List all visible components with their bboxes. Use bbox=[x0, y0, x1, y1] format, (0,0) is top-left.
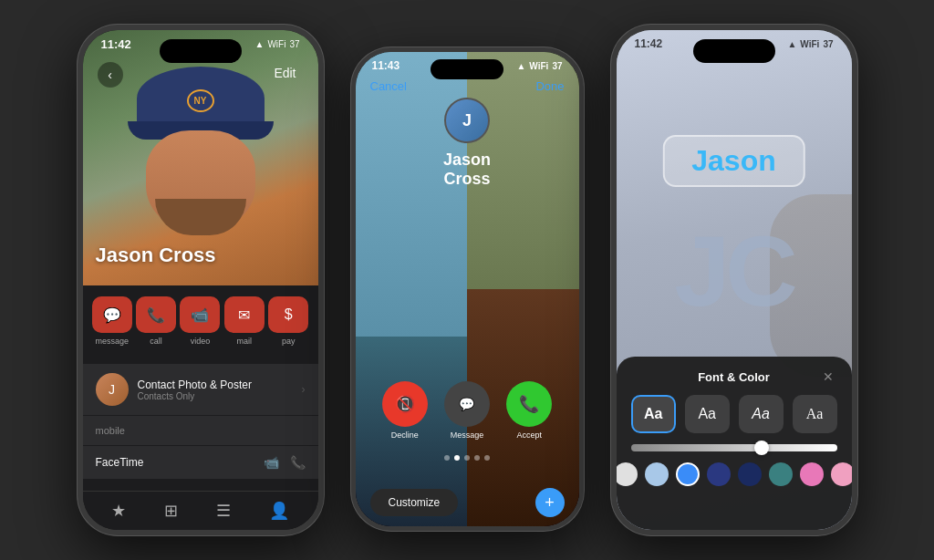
status-time-left: 11:42 bbox=[101, 37, 131, 51]
swatch-blue[interactable] bbox=[676, 462, 700, 486]
pay-label: pay bbox=[282, 337, 296, 346]
wifi-icon-right: WiFi bbox=[800, 39, 819, 49]
wifi-icon-mid: WiFi bbox=[529, 61, 548, 71]
mid-indicators bbox=[356, 455, 579, 461]
decline-button[interactable]: 📵 bbox=[382, 381, 428, 427]
message-button-mid[interactable]: 💬 bbox=[444, 381, 490, 427]
accept-button[interactable]: 📞 bbox=[506, 381, 552, 427]
tab-contacts-icon[interactable]: 👤 bbox=[269, 501, 289, 521]
color-swatches bbox=[631, 462, 837, 486]
message-group: 💬 Message bbox=[444, 381, 490, 440]
bottom-tab-bar: ★ ⊞ ☰ 👤 bbox=[83, 491, 318, 530]
contact-name-overlay: Jason Cross bbox=[96, 244, 216, 267]
font-option-label-2: Aa bbox=[698, 406, 716, 422]
battery-icon-mid: 37 bbox=[552, 61, 562, 71]
swatch-pink[interactable] bbox=[800, 462, 824, 486]
phone-middle: 11:43 ▲ WiFi 37 Cancel Done J Jason Cros… bbox=[351, 47, 584, 531]
action-buttons-row: 💬 message 📞 call 📹 video ✉ mail $ p bbox=[83, 285, 318, 357]
contact-name-text: Jason Cross bbox=[96, 244, 216, 266]
wifi-icon: WiFi bbox=[267, 39, 285, 49]
right-status-bar: 11:42 ▲ WiFi 37 bbox=[617, 37, 852, 50]
facetime-audio-icon[interactable]: 📞 bbox=[290, 455, 306, 470]
signal-icon: ▲ bbox=[254, 39, 264, 49]
contact-photo-row[interactable]: J Contact Photo & Poster Contacts Only › bbox=[83, 364, 318, 415]
font-option-label-1: Aa bbox=[644, 406, 662, 422]
mid-contact-photo: J bbox=[444, 98, 490, 143]
middle-screen: 11:43 ▲ WiFi 37 Cancel Done J Jason Cros… bbox=[356, 52, 579, 526]
status-icons-left: ▲ WiFi 37 bbox=[254, 39, 299, 49]
font-option-3[interactable]: Aa bbox=[739, 395, 784, 433]
call-icon: 📞 bbox=[136, 296, 176, 333]
tab-grid-icon[interactable]: ⊞ bbox=[164, 501, 178, 521]
mobile-label: mobile bbox=[96, 425, 306, 436]
mid-name-block: Jason Cross bbox=[356, 150, 579, 189]
message-icon: 💬 bbox=[92, 296, 132, 333]
right-monogram: JC bbox=[617, 213, 852, 328]
mail-icon: ✉ bbox=[224, 296, 265, 333]
battery-icon-right: 37 bbox=[823, 39, 833, 49]
mid-top-bar: Cancel Done bbox=[356, 79, 579, 93]
back-button[interactable]: ‹ bbox=[98, 62, 123, 88]
customize-button[interactable]: Customize bbox=[370, 489, 459, 516]
slider-thumb[interactable] bbox=[754, 441, 769, 455]
decline-label: Decline bbox=[391, 430, 419, 440]
font-option-2[interactable]: Aa bbox=[685, 395, 730, 433]
message-label-mid: Message bbox=[451, 430, 484, 440]
tab-list-icon[interactable]: ☰ bbox=[216, 501, 231, 521]
panel-header: Font & Color ✕ bbox=[631, 368, 837, 386]
mail-label: mail bbox=[237, 337, 253, 346]
contact-photo-thumb: J bbox=[96, 373, 129, 406]
pay-action[interactable]: $ pay bbox=[267, 296, 309, 346]
call-action[interactable]: 📞 call bbox=[135, 296, 177, 346]
status-time-right: 11:42 bbox=[635, 37, 663, 50]
contact-photo-poster-title: Contact Photo & Poster bbox=[138, 379, 302, 391]
call-label: call bbox=[150, 337, 162, 346]
left-screen: NY 11:42 ▲ WiFi 37 ‹ bbox=[83, 30, 318, 530]
signal-icon-mid: ▲ bbox=[516, 61, 525, 71]
cancel-button-mid[interactable]: Cancel bbox=[370, 79, 407, 93]
indicator-5 bbox=[484, 455, 490, 461]
chevron-right-icon: › bbox=[302, 383, 306, 396]
contact-photo-bg: NY 11:42 ▲ WiFi 37 ‹ bbox=[83, 30, 318, 285]
plus-button[interactable]: + bbox=[535, 488, 565, 517]
font-option-4[interactable]: Aa bbox=[793, 395, 837, 433]
swatch-white[interactable] bbox=[617, 462, 638, 486]
contact-info-section: J Contact Photo & Poster Contacts Only ›… bbox=[83, 357, 318, 486]
mid-status-bar: 11:43 ▲ WiFi 37 bbox=[356, 59, 579, 72]
mid-contact-first: Jason bbox=[356, 150, 579, 170]
swatch-light-pink[interactable] bbox=[831, 462, 852, 486]
panel-title: Font & Color bbox=[649, 370, 819, 384]
facetime-video-icon[interactable]: 📹 bbox=[264, 455, 279, 470]
tab-star-icon[interactable]: ★ bbox=[111, 501, 126, 521]
indicator-3 bbox=[464, 455, 470, 461]
facetime-row: FaceTime 📹 📞 bbox=[83, 446, 318, 479]
message-action[interactable]: 💬 message bbox=[91, 296, 133, 346]
facetime-label: FaceTime bbox=[96, 456, 264, 469]
message-label: message bbox=[95, 337, 129, 346]
signal-icon-right: ▲ bbox=[787, 39, 796, 49]
right-name-box[interactable]: Jason bbox=[662, 135, 804, 187]
swatch-teal[interactable] bbox=[769, 462, 793, 486]
video-label: video bbox=[191, 337, 211, 346]
battery-icon: 37 bbox=[289, 39, 299, 49]
color-slider[interactable] bbox=[631, 444, 837, 451]
mid-bottom-bar: Customize + bbox=[356, 488, 579, 517]
edit-button[interactable]: Edit bbox=[266, 62, 303, 88]
accept-label: Accept bbox=[517, 430, 543, 440]
mid-contact-last: Cross bbox=[356, 170, 579, 189]
pay-icon: $ bbox=[268, 296, 308, 333]
decline-group: 📵 Decline bbox=[382, 381, 428, 440]
status-time-mid: 11:43 bbox=[372, 59, 400, 72]
font-option-1[interactable]: Aa bbox=[631, 395, 676, 433]
left-top-bar: ‹ Edit bbox=[83, 62, 318, 88]
video-action[interactable]: 📹 video bbox=[179, 296, 221, 346]
swatch-dark-blue[interactable] bbox=[738, 462, 762, 486]
phone-left: NY 11:42 ▲ WiFi 37 ‹ bbox=[78, 25, 324, 535]
mail-action[interactable]: ✉ mail bbox=[223, 296, 265, 346]
swatch-light-blue[interactable] bbox=[645, 462, 669, 486]
face-beard bbox=[155, 199, 246, 235]
done-button-mid[interactable]: Done bbox=[535, 79, 564, 93]
indicator-1 bbox=[444, 455, 450, 461]
swatch-navy[interactable] bbox=[707, 462, 731, 486]
close-icon[interactable]: ✕ bbox=[819, 368, 837, 386]
